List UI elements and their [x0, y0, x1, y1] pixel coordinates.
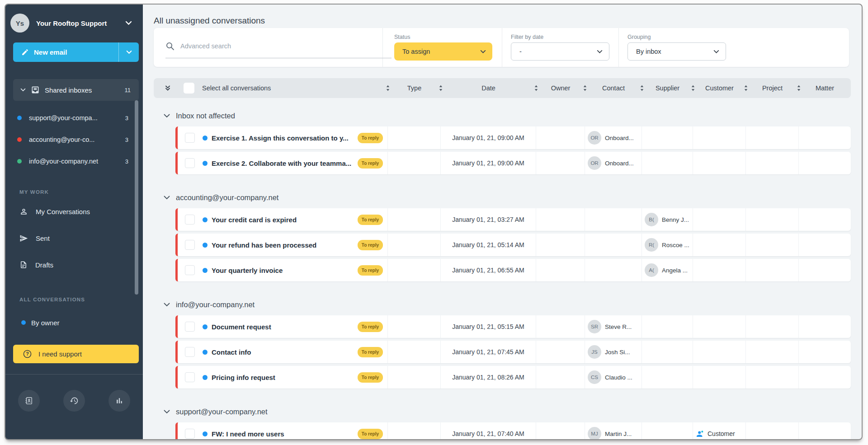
- collapse-all-icon[interactable]: [165, 85, 170, 91]
- column-header-customer[interactable]: Customer: [693, 78, 746, 98]
- supplier-name: Benny J...: [662, 216, 689, 223]
- date-cell: January 01, 21, 06:55 AM: [441, 259, 536, 281]
- column-header-contact[interactable]: Contact: [585, 78, 642, 98]
- app-window: Ys Your Rooftop Support New email: [5, 4, 863, 440]
- group-header[interactable]: accounting@your-company.net: [164, 193, 862, 202]
- shared-inboxes-count: 11: [125, 87, 131, 94]
- pencil-icon: [21, 48, 29, 56]
- row-checkbox[interactable]: [185, 133, 195, 143]
- chevron-down-icon: [20, 88, 26, 92]
- column-header-matter[interactable]: Matter: [799, 78, 851, 98]
- row-checkbox[interactable]: [185, 265, 195, 275]
- conversation-subject[interactable]: Document request: [212, 323, 358, 331]
- conversation-row[interactable]: Document requestTo reply January 01, 21,…: [175, 315, 851, 338]
- conversation-subject[interactable]: Exercise 2. Collaborate with your teamma…: [212, 159, 358, 167]
- contact-cell: CSClaudio ...: [585, 366, 642, 389]
- supplier-name: Angela ...: [662, 267, 688, 274]
- sort-icon[interactable]: [691, 85, 695, 91]
- date-cell: January 01, 21, 09:00 AM: [441, 152, 536, 174]
- sidebar-item-accounting-inbox[interactable]: accounting@your-co... 3: [5, 129, 143, 150]
- need-support-button[interactable]: ? I need support: [13, 345, 139, 363]
- sort-icon[interactable]: [744, 85, 748, 91]
- group-header[interactable]: Inbox not affected: [164, 112, 862, 120]
- sort-icon[interactable]: [386, 85, 390, 91]
- chevron-down-icon: [164, 303, 170, 307]
- owner-cell: [536, 315, 585, 338]
- matter-cell: [799, 366, 851, 389]
- group-header[interactable]: info@your-company.net: [164, 300, 862, 309]
- conversation-subject[interactable]: Your credit card is expired: [212, 216, 358, 224]
- conversation-row[interactable]: Your quarterly invoiceTo reply January 0…: [175, 259, 851, 281]
- conversation-row[interactable]: Your credit card is expiredTo reply Janu…: [175, 208, 851, 231]
- conversation-row[interactable]: Your refund has been processedTo reply J…: [175, 234, 851, 256]
- conversation-row[interactable]: Exercise 2. Collaborate with your teamma…: [175, 152, 851, 174]
- grouping-filter-dropdown[interactable]: By inbox: [627, 42, 726, 61]
- sidebar-item-support-inbox[interactable]: support@your-compa... 3: [5, 107, 143, 129]
- nav-label: Drafts: [35, 261, 53, 269]
- new-email-dropdown[interactable]: [118, 42, 139, 62]
- sort-icon[interactable]: [534, 85, 538, 91]
- sidebar-shared-inboxes[interactable]: Shared inboxes 11: [13, 79, 139, 101]
- inbox-icon: [31, 85, 40, 94]
- inbox-name: support@your-compa...: [29, 114, 125, 122]
- history-button[interactable]: [63, 390, 85, 412]
- sort-icon[interactable]: [797, 85, 801, 91]
- conversation-subject[interactable]: Your refund has been processed: [212, 241, 358, 249]
- row-checkbox[interactable]: [185, 215, 195, 225]
- sidebar-item-sent[interactable]: Sent: [5, 228, 143, 248]
- conversation-row[interactable]: Pricing info requestTo reply January 01,…: [175, 366, 851, 389]
- group-header[interactable]: support@your-company.net: [164, 408, 862, 416]
- matter-cell: [799, 422, 851, 439]
- row-checkbox[interactable]: [185, 429, 195, 439]
- status-badge: To reply: [358, 240, 383, 250]
- contact-cell: JSJosh Si...: [585, 341, 642, 363]
- sort-icon[interactable]: [439, 85, 443, 91]
- conversation-row[interactable]: Contact infoTo reply January 01, 21, 07:…: [175, 341, 851, 363]
- sort-icon[interactable]: [583, 85, 587, 91]
- row-checkbox[interactable]: [185, 158, 195, 168]
- analytics-button[interactable]: [108, 390, 130, 412]
- grouping-filter-label: Grouping: [627, 34, 651, 40]
- supplier-cell: A(Angela ...: [642, 259, 693, 281]
- person-icon: [19, 207, 28, 216]
- conversation-subject[interactable]: Pricing info request: [212, 374, 358, 381]
- group-name: accounting@your-company.net: [176, 193, 278, 202]
- conversation-subject[interactable]: Exercise 1. Assign this conversation to …: [212, 134, 358, 142]
- sort-icon[interactable]: [640, 85, 644, 91]
- select-all-checkbox[interactable]: [184, 83, 194, 94]
- row-checkbox[interactable]: [185, 322, 195, 332]
- row-checkbox[interactable]: [185, 372, 195, 382]
- contacts-button[interactable]: [18, 390, 40, 412]
- inbox-name: info@your-company.net: [29, 158, 125, 165]
- customer-tag-label: Customer: [708, 430, 735, 437]
- sidebar-item-drafts[interactable]: Drafts: [5, 255, 143, 275]
- column-header-project[interactable]: Project: [746, 78, 799, 98]
- column-header-date[interactable]: Date: [441, 78, 536, 98]
- group-name: info@your-company.net: [176, 300, 255, 309]
- sidebar-item-my-conversations[interactable]: My Conversations: [5, 201, 143, 221]
- date-filter-dropdown[interactable]: -: [511, 42, 609, 61]
- conversation-subject[interactable]: FW: I need more users: [212, 430, 358, 438]
- type-cell: [388, 152, 441, 174]
- conversation-row[interactable]: Exercise 1. Assign this conversation to …: [175, 126, 851, 149]
- column-header-owner[interactable]: Owner: [536, 78, 585, 98]
- conversation-subject[interactable]: Contact info: [212, 348, 358, 356]
- new-email-button[interactable]: New email: [13, 42, 139, 62]
- search-input[interactable]: [180, 42, 379, 50]
- status-filter-dropdown[interactable]: To assign: [394, 42, 492, 61]
- column-header-type[interactable]: Type: [388, 78, 441, 98]
- sidebar-scrollbar[interactable]: [135, 100, 138, 295]
- workspace-switcher[interactable]: Ys Your Rooftop Support: [10, 14, 143, 33]
- conversation-row[interactable]: FW: I need more usersTo reply January 01…: [175, 422, 851, 439]
- conversation-subject[interactable]: Your quarterly invoice: [212, 267, 358, 274]
- column-header-supplier[interactable]: Supplier: [642, 78, 693, 98]
- sidebar-item-by-owner[interactable]: By owner: [5, 313, 143, 333]
- filter-bar: Status To assign Filter by date - Groupi…: [154, 28, 849, 67]
- date-filter-value: -: [519, 48, 597, 55]
- customer-cell: [693, 366, 746, 389]
- sidebar-item-info-inbox[interactable]: info@your-company.net 3: [5, 150, 143, 172]
- row-checkbox[interactable]: [185, 240, 195, 250]
- row-checkbox[interactable]: [185, 347, 195, 357]
- status-filter-value: To assign: [402, 48, 480, 55]
- type-cell: [388, 208, 441, 231]
